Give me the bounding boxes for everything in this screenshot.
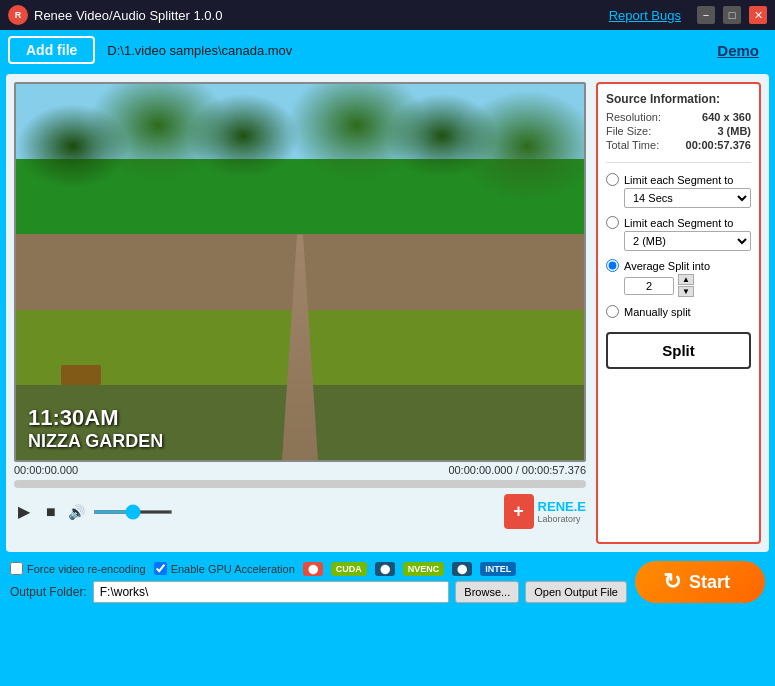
spinner-input[interactable]: [624, 277, 674, 295]
option4-radio[interactable]: [606, 305, 619, 318]
report-bugs-link[interactable]: Report Bugs: [609, 8, 681, 23]
add-file-button[interactable]: Add file: [8, 36, 95, 64]
intel-badge: INTEL: [480, 562, 516, 576]
renee-sub: Laboratory: [538, 514, 586, 524]
start-button[interactable]: ↻ Start: [635, 561, 765, 603]
spinner-buttons: ▲ ▼: [678, 274, 694, 297]
video-location: NIZZA GARDEN: [28, 431, 163, 452]
option1-select[interactable]: 14 Secs 30 Secs 60 Secs 120 Secs: [624, 188, 751, 208]
gpu-icon-cuda: ⬤: [303, 562, 323, 576]
resolution-label: Resolution:: [606, 111, 661, 123]
option2-label: Limit each Segment to: [624, 217, 733, 229]
option2-dropdown-row: 1 (MB) 2 (MB) 5 (MB) 10 (MB): [624, 231, 751, 251]
option3-radio-row: Average Split into: [606, 259, 751, 272]
title-bar: R Renee Video/Audio Splitter 1.0.0 Repor…: [0, 0, 775, 30]
volume-slider[interactable]: [93, 510, 173, 514]
renee-brand: RENE.E: [538, 499, 586, 514]
video-player: 11:30AM NIZZA GARDEN: [14, 82, 586, 462]
gpu-icon-intel: ⬤: [452, 562, 472, 576]
option2-radio-row: Limit each Segment to: [606, 216, 751, 229]
time-display-row: 00:00:00.000 00:00:00.000 / 00:00:57.376: [14, 464, 586, 476]
option1-label: Limit each Segment to: [624, 174, 733, 186]
option1-group: Limit each Segment to 14 Secs 30 Secs 60…: [606, 173, 751, 208]
open-output-button[interactable]: Open Output File: [525, 581, 627, 603]
outer-bottom: Force video re-encoding Enable GPU Accel…: [0, 556, 775, 608]
split-options: Limit each Segment to 14 Secs 30 Secs 60…: [606, 173, 751, 318]
start-icon: ↻: [663, 569, 681, 595]
resolution-row: Resolution: 640 x 360: [606, 110, 751, 124]
right-panel: Source Information: Resolution: 640 x 36…: [596, 82, 761, 544]
demo-link[interactable]: Demo: [717, 42, 759, 59]
totaltime-label: Total Time:: [606, 139, 659, 151]
window-controls: − □ ✕: [697, 6, 767, 24]
video-overlay: 11:30AM NIZZA GARDEN: [16, 397, 175, 460]
option1-radio-row: Limit each Segment to: [606, 173, 751, 186]
force-reencode-label: Force video re-encoding: [10, 562, 146, 575]
source-info: Source Information: Resolution: 640 x 36…: [606, 92, 751, 152]
close-button[interactable]: ✕: [749, 6, 767, 24]
cuda-badge: CUDA: [331, 562, 367, 576]
minimize-button[interactable]: −: [697, 6, 715, 24]
option2-select[interactable]: 1 (MB) 2 (MB) 5 (MB) 10 (MB): [624, 231, 751, 251]
play-button[interactable]: ▶: [14, 500, 34, 523]
totaltime-row: Total Time: 00:00:57.376: [606, 138, 751, 152]
option4-label: Manually split: [624, 306, 691, 318]
start-label: Start: [689, 572, 730, 593]
total-time: 00:00:00.000 / 00:00:57.376: [448, 464, 586, 476]
volume-icon: 🔊: [68, 504, 85, 520]
gpu-accel-checkbox[interactable]: [154, 562, 167, 575]
option3-group: Average Split into ▲ ▼: [606, 259, 751, 297]
file-path-display: D:\1.video samples\canada.mov: [107, 43, 717, 58]
playback-controls: ▶ ■ 🔊 + RENE.E Laboratory: [14, 494, 586, 529]
option3-spinner-row: ▲ ▼: [624, 274, 751, 297]
divider-1: [606, 162, 751, 163]
main-content: 11:30AM NIZZA GARDEN 00:00:00.000 00:00:…: [6, 74, 769, 552]
output-label: Output Folder:: [10, 585, 87, 599]
totaltime-value: 00:00:57.376: [686, 139, 751, 151]
gpu-accel-label: Enable GPU Acceleration: [154, 562, 295, 575]
nvenc-badge: NVENC: [403, 562, 445, 576]
output-path-input[interactable]: [93, 581, 450, 603]
bench: [61, 365, 101, 385]
option4-radio-row: Manually split: [606, 305, 751, 318]
renee-logo: + RENE.E Laboratory: [504, 494, 586, 529]
option2-group: Limit each Segment to 1 (MB) 2 (MB) 5 (M…: [606, 216, 751, 251]
option1-dropdown-row: 14 Secs 30 Secs 60 Secs 120 Secs: [624, 188, 751, 208]
option3-radio[interactable]: [606, 259, 619, 272]
split-button[interactable]: Split: [606, 332, 751, 369]
force-reencode-checkbox[interactable]: [10, 562, 23, 575]
toolbar: Add file D:\1.video samples\canada.mov D…: [0, 30, 775, 70]
stop-button[interactable]: ■: [42, 501, 60, 523]
progress-bar[interactable]: [14, 480, 586, 488]
option1-radio[interactable]: [606, 173, 619, 186]
option2-radio[interactable]: [606, 216, 619, 229]
app-logo: R: [8, 5, 28, 25]
resolution-value: 640 x 360: [702, 111, 751, 123]
spinner-up[interactable]: ▲: [678, 274, 694, 285]
video-section: 11:30AM NIZZA GARDEN 00:00:00.000 00:00:…: [14, 82, 586, 544]
browse-button[interactable]: Browse...: [455, 581, 519, 603]
restore-button[interactable]: □: [723, 6, 741, 24]
output-row: Output Folder: Browse... Open Output Fil…: [10, 581, 627, 603]
source-info-title: Source Information:: [606, 92, 751, 106]
filesize-label: File Size:: [606, 125, 651, 137]
spinner-down[interactable]: ▼: [678, 286, 694, 297]
app-title: Renee Video/Audio Splitter 1.0.0: [34, 8, 609, 23]
renee-cross-icon: +: [504, 494, 534, 529]
current-time: 00:00:00.000: [14, 464, 78, 476]
filesize-row: File Size: 3 (MB): [606, 124, 751, 138]
filesize-value: 3 (MB): [717, 125, 751, 137]
video-timestamp: 11:30AM: [28, 405, 163, 431]
options-row: Force video re-encoding Enable GPU Accel…: [10, 562, 627, 576]
option3-label: Average Split into: [624, 260, 710, 272]
gpu-icon-nvenc: ⬤: [375, 562, 395, 576]
